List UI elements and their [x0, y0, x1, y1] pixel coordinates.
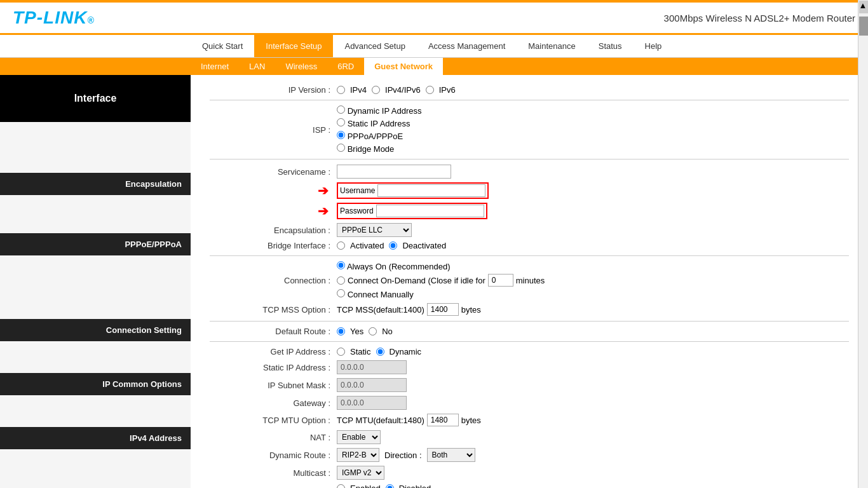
isp-label: ISP :	[210, 125, 337, 135]
connection-demand-row: Connect On-Demand (Close if idle for min…	[337, 274, 545, 287]
isp-static-radio[interactable]	[337, 118, 345, 126]
scroll-thumb[interactable]	[859, 17, 868, 36]
mac-disabled-label: Disabled	[399, 484, 431, 488]
username-arrow: ➔	[318, 183, 329, 198]
subnav-lan[interactable]: LAN	[239, 58, 275, 75]
isp-bridge-row: Bridge Mode	[337, 144, 394, 154]
idle-minutes-suffix: minutes	[516, 276, 545, 285]
isp-pppoe-row: PPPoA/PPPoE	[337, 131, 403, 141]
isp-dynamic-radio[interactable]	[337, 105, 345, 114]
password-label: Password	[340, 207, 374, 215]
sidebar-connection-setting: Connection Setting	[0, 319, 191, 341]
sidebar-interface-title: Interface	[0, 75, 191, 122]
multicast-select[interactable]: IGMP v2 IGMP v1 Disabled	[337, 466, 384, 480]
password-arrow: ➔	[318, 203, 329, 219]
default-route-no-label: No	[382, 327, 393, 336]
sub-navigation: Internet LAN Wireless 6RD Guest Network	[0, 58, 868, 75]
connection-demand-label: Connect On-Demand (Close if idle for	[348, 276, 485, 285]
connection-demand-radio[interactable]	[337, 276, 345, 285]
gateway-label: Gateway :	[210, 398, 337, 408]
connection-label: Connection :	[210, 276, 337, 285]
connection-manual-radio[interactable]	[337, 289, 345, 297]
sidebar-ipv4-address: IPv4 Address	[0, 427, 191, 449]
sidebar-pppoe-pppoa: PPPoE/PPPoA	[0, 233, 191, 255]
get-ip-dynamic-radio[interactable]	[376, 348, 384, 356]
get-ip-dynamic-label: Dynamic	[390, 347, 422, 356]
nav-maintenance[interactable]: Maintenance	[517, 35, 587, 57]
get-ip-static-radio[interactable]	[337, 348, 345, 356]
subnav-internet[interactable]: Internet	[191, 58, 239, 75]
bridge-interface-label: Bridge Interface :	[210, 241, 337, 250]
nav-advanced-setup[interactable]: Advanced Setup	[333, 35, 416, 57]
bridge-deactivated-radio[interactable]	[389, 241, 397, 250]
tcp-mtu-suffix: bytes	[461, 416, 481, 425]
subnet-mask-input[interactable]	[337, 378, 407, 392]
nat-label: NAT :	[210, 433, 337, 442]
password-input[interactable]	[376, 205, 484, 217]
tcp-mss-suffix: bytes	[461, 305, 481, 315]
tcp-mss-text: TCP MSS(default:1400)	[337, 305, 424, 315]
connection-manual-row: Connect Manually	[337, 289, 414, 299]
isp-bridge-radio[interactable]	[337, 144, 345, 152]
mac-spoofing-radios: Enabled Disabled	[337, 484, 431, 488]
subnav-6rd[interactable]: 6RD	[327, 58, 364, 75]
tcp-mtu-input[interactable]	[427, 414, 459, 426]
device-title: 300Mbps Wireless N ADSL2+ Modem Router	[664, 13, 855, 24]
direction-label: Direction :	[384, 451, 422, 460]
default-route-yes-label: Yes	[350, 327, 363, 336]
nav-interface-setup[interactable]: Interface Setup	[254, 35, 333, 57]
username-label: Username	[340, 186, 375, 195]
isp-dynamic-row: Dynamic IP Address	[337, 105, 421, 116]
sidebar-encapsulation: Encapsulation	[0, 173, 191, 195]
nav-quick-start[interactable]: Quick Start	[191, 35, 254, 57]
isp-pppoe-radio[interactable]	[337, 131, 345, 139]
tcp-mtu-label: TCP MTU Option :	[210, 416, 337, 425]
bridge-activated-radio[interactable]	[337, 241, 345, 250]
static-ip-label: Static IP Address :	[210, 363, 337, 372]
servicename-input[interactable]	[337, 165, 451, 179]
default-route-no-radio[interactable]	[369, 327, 377, 336]
dynamic-route-select[interactable]: RIP2-B RIP1 None	[337, 448, 379, 462]
nat-select[interactable]: Enable Disable	[337, 430, 381, 444]
top-navigation: Quick Start Interface Setup Advanced Set…	[0, 35, 868, 58]
tcp-mss-input[interactable]	[427, 303, 459, 316]
subnet-mask-label: IP Subnet Mask :	[210, 381, 337, 390]
username-input[interactable]	[377, 184, 485, 197]
ip-version-label: IP Version :	[210, 85, 337, 95]
default-route-label: Default Route :	[210, 327, 337, 336]
scroll-up-arrow[interactable]: ▲	[859, 1, 868, 13]
tcp-mss-label: TCP MSS Option :	[210, 305, 337, 315]
sidebar-ip-common: IP Common Options	[0, 373, 191, 395]
ip-version-ipv4-label: IPv4	[350, 85, 367, 95]
subnav-guest-network[interactable]: Guest Network	[364, 58, 443, 75]
direction-select[interactable]: Both None In Only Out Only	[427, 448, 475, 462]
dynamic-route-label: Dynamic Route :	[210, 451, 337, 460]
tcp-mtu-text: TCP MTU(default:1480)	[337, 416, 424, 425]
isp-static-label: Static IP Address	[348, 119, 410, 128]
isp-dynamic-label: Dynamic IP Address	[348, 106, 422, 116]
gateway-input[interactable]	[337, 396, 407, 410]
isp-static-row: Static IP Address	[337, 118, 410, 128]
get-ip-label: Get IP Address :	[210, 347, 337, 356]
connection-always-radio[interactable]	[337, 261, 345, 269]
static-ip-input[interactable]	[337, 360, 407, 374]
tp-link-logo: TP-LINK®	[13, 8, 95, 28]
nav-status[interactable]: Status	[587, 35, 634, 57]
mac-enabled-radio[interactable]	[337, 484, 345, 488]
nav-access-management[interactable]: Access Management	[417, 35, 517, 57]
username-highlight-box: Username	[337, 182, 489, 199]
encapsulation-select[interactable]: PPPoE LLC PPPoA LLC PPPoA VC-MUX	[337, 223, 412, 237]
bridge-activated-label: Activated	[350, 241, 384, 250]
ip-version-ipv4ipv6-radio[interactable]	[372, 86, 380, 94]
ip-version-ipv6-radio[interactable]	[426, 86, 434, 94]
scrollbar[interactable]: ▲	[858, 0, 868, 488]
default-route-yes-radio[interactable]	[337, 327, 345, 336]
mac-disabled-radio[interactable]	[386, 484, 394, 488]
mac-enabled-label: Enabled	[350, 484, 381, 488]
ip-version-ipv4-radio[interactable]	[337, 86, 345, 94]
servicename-label: Servicename :	[210, 167, 337, 177]
nav-help[interactable]: Help	[634, 35, 674, 57]
isp-pppoe-label: PPPoA/PPPoE	[348, 132, 403, 141]
subnav-wireless[interactable]: Wireless	[275, 58, 327, 75]
idle-minutes-input[interactable]	[488, 274, 513, 287]
